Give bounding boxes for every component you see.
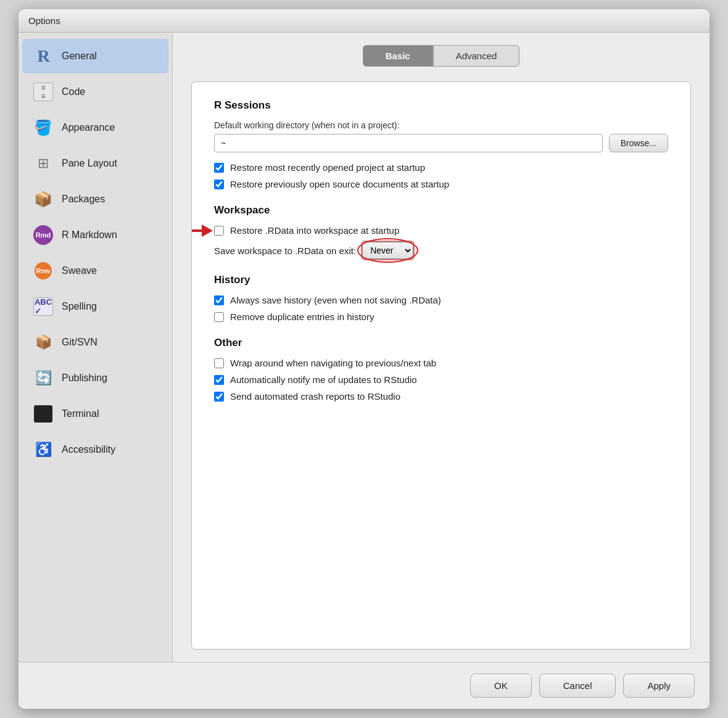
wrap-around-checkbox[interactable]	[214, 358, 224, 368]
restore-source-row: Restore previously open source documents…	[214, 179, 668, 189]
other-title: Other	[214, 337, 668, 349]
remove-duplicate-checkbox[interactable]	[214, 312, 224, 322]
other-section: Other Wrap around when navigating to pre…	[214, 337, 668, 402]
r-sessions-title: R Sessions	[214, 99, 668, 112]
sidebar: R General ≡≡ Code 🪣 Appearance	[19, 33, 173, 662]
save-workspace-label: Save workspace to .RData on exit:	[214, 246, 356, 256]
window-title: Options	[28, 15, 60, 26]
restore-project-label: Restore most recently opened project at …	[230, 162, 425, 173]
accessibility-icon: ♿	[32, 439, 54, 461]
bottom-bar: OK Cancel Apply	[19, 662, 709, 709]
remove-duplicate-row: Remove duplicate entries in history	[214, 312, 668, 322]
restore-rdata-checkbox[interactable]	[214, 226, 224, 236]
cancel-button[interactable]: Cancel	[539, 674, 616, 698]
restore-rdata-row: Restore .RData into workspace at startup	[214, 225, 668, 236]
tab-bar: Basic Advanced	[191, 45, 691, 67]
sidebar-label-publishing: Publishing	[62, 373, 107, 384]
terminal-icon	[32, 403, 54, 425]
always-save-history-checkbox[interactable]	[214, 295, 224, 305]
crash-reports-checkbox[interactable]	[214, 392, 224, 402]
sidebar-item-publishing[interactable]: 🔄 Publishing	[22, 361, 168, 395]
sidebar-item-code[interactable]: ≡≡ Code	[22, 75, 168, 109]
arrow-line	[191, 229, 202, 232]
sidebar-item-spelling[interactable]: ABC✓ Spelling	[22, 289, 168, 324]
spelling-icon: ABC✓	[32, 295, 54, 318]
sidebar-label-r-markdown: R Markdown	[62, 229, 117, 241]
content-area: R General ≡≡ Code 🪣 Appearance	[19, 33, 709, 662]
code-icon: ≡≡	[32, 81, 54, 103]
sidebar-label-git-svn: Git/SVN	[62, 337, 97, 348]
dir-input[interactable]	[214, 134, 603, 152]
workspace-section: Workspace Restore .RData into workspace …	[214, 204, 668, 259]
sidebar-item-appearance[interactable]: 🪣 Appearance	[22, 110, 168, 145]
sidebar-item-accessibility[interactable]: ♿ Accessibility	[22, 432, 168, 467]
sidebar-label-general: General	[62, 51, 97, 62]
crash-reports-label: Send automated crash reports to RStudio	[230, 391, 400, 402]
arrow-head	[202, 225, 213, 237]
sidebar-label-spelling: Spelling	[62, 301, 97, 312]
workspace-title: Workspace	[214, 204, 668, 217]
appearance-icon: 🪣	[32, 117, 54, 139]
auto-notify-row: Automatically notify me of updates to RS…	[214, 374, 668, 385]
always-save-history-row: Always save history (even when not savin…	[214, 295, 668, 305]
restore-rdata-label: Restore .RData into workspace at startup	[230, 225, 399, 236]
save-workspace-select[interactable]: Always Never Ask	[362, 242, 413, 259]
red-arrow	[191, 225, 213, 237]
dir-row: Browse...	[214, 134, 668, 152]
sidebar-item-r-markdown[interactable]: Rmd R Markdown	[22, 218, 168, 252]
pane-layout-icon: ⊞	[32, 152, 54, 175]
options-window: Options R General ≡≡ Code 🪣	[19, 9, 709, 709]
never-select-wrapper: Always Never Ask	[362, 242, 413, 259]
wrap-around-row: Wrap around when navigating to previous/…	[214, 358, 668, 368]
auto-notify-label: Automatically notify me of updates to RS…	[230, 374, 417, 385]
wrap-around-label: Wrap around when navigating to previous/…	[230, 358, 436, 368]
sidebar-label-code: Code	[62, 86, 85, 97]
tab-advanced[interactable]: Advanced	[433, 45, 520, 67]
sidebar-label-accessibility: Accessibility	[62, 444, 115, 455]
browse-button[interactable]: Browse...	[609, 134, 668, 152]
sweave-icon: Rnw	[32, 260, 54, 282]
restore-project-row: Restore most recently opened project at …	[214, 162, 668, 173]
history-title: History	[214, 274, 668, 286]
r-markdown-icon: Rmd	[32, 224, 54, 246]
sidebar-label-terminal: Terminal	[62, 408, 99, 419]
main-panel: Basic Advanced R Sessions Default workin…	[173, 33, 709, 662]
restore-source-checkbox[interactable]	[214, 180, 224, 189]
general-icon: R	[32, 45, 54, 67]
sidebar-label-pane-layout: Pane Layout	[62, 158, 117, 169]
sidebar-item-git-svn[interactable]: 📦 Git/SVN	[22, 325, 168, 360]
ok-button[interactable]: OK	[470, 674, 532, 698]
dir-label: Default working directory (when not in a…	[214, 120, 668, 130]
restore-rdata-checkbox-row: Restore .RData into workspace at startup	[214, 225, 399, 236]
history-section: History Always save history (even when n…	[214, 274, 668, 322]
sidebar-label-packages: Packages	[62, 194, 105, 205]
save-workspace-row: Save workspace to .RData on exit: Always…	[214, 242, 668, 259]
r-sessions-section: R Sessions Default working directory (wh…	[214, 99, 668, 189]
auto-notify-checkbox[interactable]	[214, 375, 224, 385]
crash-reports-row: Send automated crash reports to RStudio	[214, 391, 668, 402]
sidebar-item-general[interactable]: R General	[22, 39, 168, 73]
remove-duplicate-label: Remove duplicate entries in history	[230, 312, 374, 322]
packages-icon: 📦	[32, 188, 54, 210]
restore-source-label: Restore previously open source documents…	[230, 179, 449, 189]
publishing-icon: 🔄	[32, 367, 54, 389]
settings-box: R Sessions Default working directory (wh…	[191, 81, 691, 650]
sidebar-item-terminal[interactable]: Terminal	[22, 397, 168, 431]
sidebar-label-sweave: Sweave	[62, 265, 97, 276]
tab-basic[interactable]: Basic	[363, 45, 433, 67]
always-save-history-label: Always save history (even when not savin…	[230, 295, 441, 305]
sidebar-item-pane-layout[interactable]: ⊞ Pane Layout	[22, 146, 168, 181]
restore-project-checkbox[interactable]	[214, 163, 224, 173]
sidebar-item-packages[interactable]: 📦 Packages	[22, 182, 168, 217]
title-bar: Options	[19, 9, 709, 33]
git-svn-icon: 📦	[32, 331, 54, 353]
sidebar-item-sweave[interactable]: Rnw Sweave	[22, 254, 168, 288]
apply-button[interactable]: Apply	[623, 674, 695, 698]
sidebar-label-appearance: Appearance	[62, 122, 115, 133]
